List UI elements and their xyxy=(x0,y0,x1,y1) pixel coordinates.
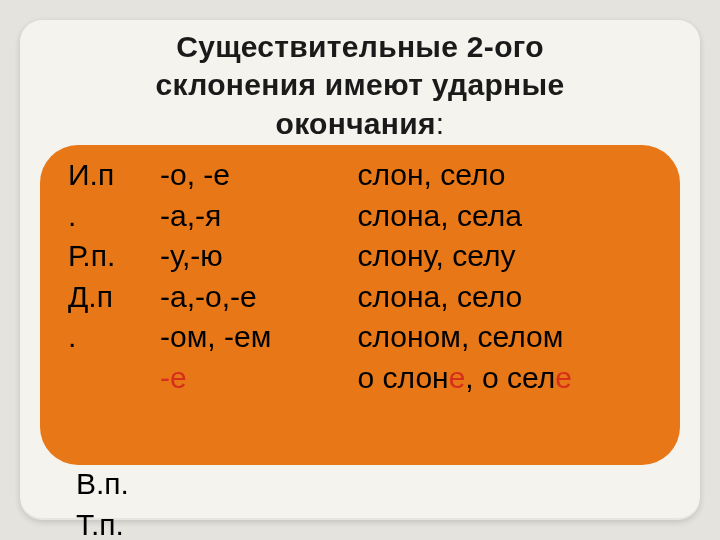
case-nominative-b: . xyxy=(68,196,152,237)
slide-card: Существительные 2-ого склонения имеют уд… xyxy=(20,20,700,520)
column-endings: -о, -е -а,-я -у,-ю -а,-о,-е -ом, -ем -е xyxy=(160,155,346,398)
title-line-3: окончания xyxy=(276,107,436,140)
column-cases: И.п . Р.п. Д.п . xyxy=(68,155,152,398)
example-2: слона, села xyxy=(358,196,670,237)
title-line-1: Существительные 2-ого xyxy=(176,30,544,63)
example-4: слона, село xyxy=(358,277,670,318)
case-accusative: В.п. xyxy=(76,467,129,500)
slide-title: Существительные 2-ого склонения имеют уд… xyxy=(40,28,680,143)
ending-6: -е xyxy=(160,358,346,399)
case-dative-a: Д.п xyxy=(68,277,152,318)
case-nominative-a: И.п xyxy=(68,155,152,196)
title-colon: : xyxy=(436,107,445,140)
overflow-cases: В.п. Т.п. xyxy=(76,464,129,540)
example-3: слону, селу xyxy=(358,236,670,277)
content-box: И.п . Р.п. Д.п . -о, -е -а,-я -у,-ю -а,-… xyxy=(40,145,680,465)
case-dative-b: . xyxy=(68,317,152,358)
ending-3: -у,-ю xyxy=(160,236,346,277)
case-genitive: Р.п. xyxy=(68,236,152,277)
example-5: слоном, селом xyxy=(358,317,670,358)
table-grid: И.п . Р.п. Д.п . -о, -е -а,-я -у,-ю -а,-… xyxy=(68,155,670,398)
ending-5: -ом, -ем xyxy=(160,317,346,358)
case-instrumental: Т.п. xyxy=(76,508,124,541)
example-1: слон, село xyxy=(358,155,670,196)
ending-2: -а,-я xyxy=(160,196,346,237)
column-examples: слон, село слона, села слону, селу слона… xyxy=(358,155,670,398)
title-line-2: склонения имеют ударные xyxy=(156,68,565,101)
ending-4: -а,-о,-е xyxy=(160,277,346,318)
example-6: о слоне, о селе xyxy=(358,358,670,399)
ending-1: -о, -е xyxy=(160,155,346,196)
